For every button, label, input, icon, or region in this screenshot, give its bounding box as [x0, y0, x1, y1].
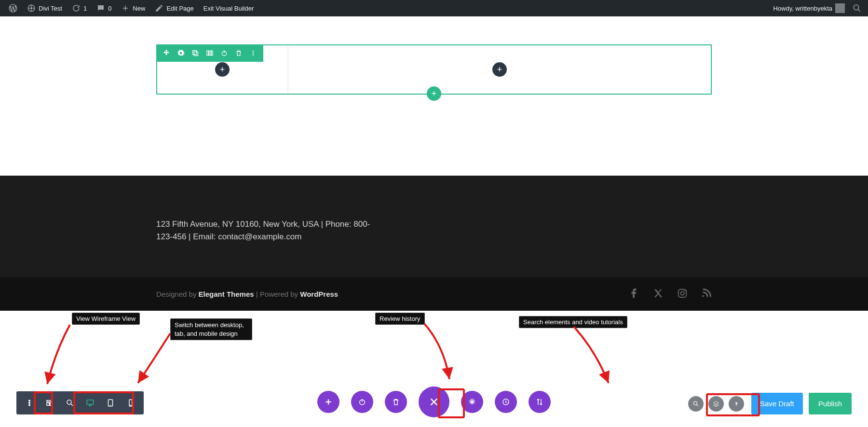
column-2[interactable]: +: [288, 45, 711, 94]
section-power[interactable]: [217, 44, 231, 62]
mobile-view-button[interactable]: [121, 391, 141, 414]
save-draft-button[interactable]: Save Draft: [751, 393, 803, 414]
section-settings[interactable]: [174, 44, 188, 62]
x-icon: [653, 288, 664, 299]
comment-icon: [96, 4, 105, 13]
mobile-icon: [126, 399, 135, 407]
svg-rect-11: [209, 51, 211, 55]
svg-point-40: [693, 401, 697, 405]
search-icon: [853, 4, 861, 13]
gear-icon: [468, 398, 476, 406]
power-icon: [220, 49, 228, 57]
svg-point-1: [30, 7, 33, 10]
svg-point-17: [253, 55, 254, 55]
active-section[interactable]: + + +: [156, 44, 712, 95]
right-action-cluster: ? Save Draft Publish: [687, 393, 852, 414]
facebook-icon: [629, 288, 639, 299]
more-options[interactable]: [19, 391, 40, 414]
builder-bottom-bar: ? Save Draft Publish: [0, 375, 868, 427]
question-icon: ?: [733, 400, 740, 407]
svg-text:?: ?: [735, 401, 737, 406]
site-home-link[interactable]: Divi Test: [22, 0, 67, 16]
duplicate-icon: [191, 49, 199, 57]
power-icon: [358, 398, 366, 406]
site-title: Divi Test: [39, 5, 62, 12]
section-duplicate[interactable]: [188, 44, 203, 62]
tablet-icon: [106, 399, 115, 407]
credit-powered-by: Powered by: [260, 290, 298, 298]
tablet-view-button[interactable]: [100, 391, 121, 414]
more-icon: [249, 49, 257, 57]
portability-button[interactable]: [529, 391, 551, 413]
trash-icon: [392, 398, 400, 406]
facebook-link[interactable]: [629, 288, 639, 300]
site-footer: 123 Fifth Avenue, NY 10160, New York, US…: [0, 176, 868, 277]
tooltip-search: Search elements and video tutorials: [519, 316, 627, 328]
credit-designed-by: Designed by: [156, 290, 196, 298]
svg-point-22: [29, 402, 30, 404]
view-mode-panel: [16, 391, 144, 414]
add-row-button[interactable]: +: [427, 86, 441, 101]
section-delete[interactable]: [231, 44, 246, 62]
admin-search[interactable]: [850, 0, 864, 16]
svg-point-23: [29, 404, 30, 406]
exit-vb-label: Exit Visual Builder: [203, 5, 254, 12]
exit-vb-link[interactable]: Exit Visual Builder: [199, 0, 259, 16]
updates-link[interactable]: 1: [67, 0, 92, 16]
layers-icon: [713, 400, 719, 407]
updates-count: 1: [83, 5, 87, 12]
x-link[interactable]: [653, 288, 664, 300]
credit-sep: |: [256, 290, 260, 298]
desktop-icon: [86, 399, 95, 407]
comments-link[interactable]: 0: [92, 0, 116, 16]
search-help-button[interactable]: [688, 396, 704, 412]
close-panel-button[interactable]: [419, 386, 449, 417]
footer-address: 123 Fifth Avenue, NY 10160, New York, US…: [156, 218, 378, 244]
social-links: [629, 288, 712, 300]
center-action-cluster: [317, 386, 551, 417]
move-icon: [163, 49, 170, 57]
wp-logo[interactable]: [4, 0, 22, 16]
add-module-button[interactable]: +: [492, 62, 507, 77]
page-settings-button[interactable]: [461, 391, 483, 413]
zoom-button[interactable]: [60, 391, 80, 414]
svg-rect-10: [207, 51, 208, 55]
username: writtenbyekta: [795, 5, 832, 12]
desktop-view-button[interactable]: [80, 391, 100, 414]
help-button[interactable]: ?: [729, 396, 744, 412]
power-button[interactable]: [351, 391, 373, 413]
arrows-icon: [535, 398, 544, 406]
close-icon: [429, 397, 439, 407]
svg-rect-9: [194, 52, 198, 55]
instagram-link[interactable]: [677, 288, 688, 300]
add-module-button[interactable]: +: [215, 62, 230, 77]
edit-page-link[interactable]: Edit Page: [150, 0, 198, 16]
history-button[interactable]: [495, 391, 517, 413]
columns-icon: [206, 49, 214, 57]
tooltip-history: Review history: [375, 313, 425, 325]
svg-rect-8: [193, 51, 197, 55]
svg-rect-29: [87, 400, 94, 404]
rss-link[interactable]: [701, 288, 712, 300]
credit-theme-link[interactable]: Elegant Themes: [199, 290, 254, 298]
credit-platform-link[interactable]: WordPress: [300, 290, 338, 298]
account-link[interactable]: Howdy, writtenbyekta: [768, 0, 850, 16]
howdy-prefix: Howdy,: [773, 5, 795, 12]
svg-point-6: [854, 5, 859, 10]
plus-icon: [324, 398, 333, 406]
add-section-button[interactable]: [317, 391, 339, 413]
tooltip-wireframe: View Wireframe View: [72, 313, 140, 325]
delete-button[interactable]: [385, 391, 407, 413]
svg-rect-24: [47, 400, 53, 402]
section-columns[interactable]: [203, 44, 217, 62]
wireframe-view-button[interactable]: [40, 391, 60, 414]
layers-button[interactable]: [708, 396, 724, 412]
publish-button[interactable]: Publish: [809, 393, 852, 414]
section-toolbar: [156, 44, 263, 62]
section-more[interactable]: [246, 44, 260, 62]
search-icon: [692, 400, 699, 407]
new-content-link[interactable]: New: [116, 0, 150, 16]
move-handle[interactable]: [159, 44, 174, 62]
svg-line-41: [697, 404, 698, 406]
avatar-icon: [835, 3, 845, 13]
